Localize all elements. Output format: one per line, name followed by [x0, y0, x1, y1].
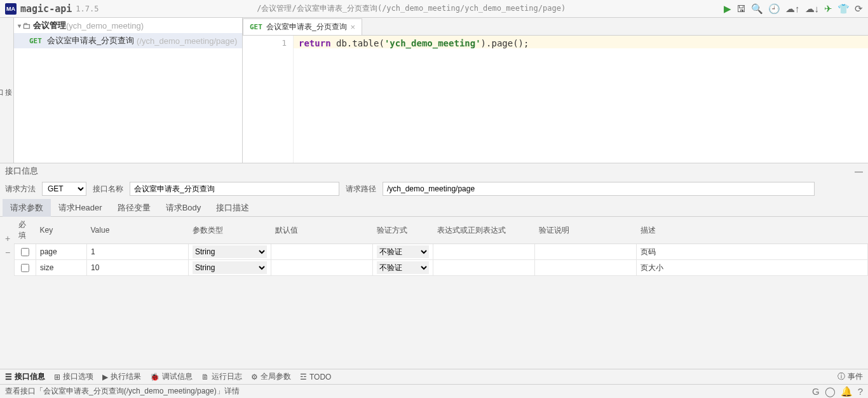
col-type: 参数类型 — [189, 217, 271, 244]
stab-result[interactable]: ▶ 执行结果 — [102, 371, 141, 382]
toolbar: ▶ 🖫 🔍 🕘 ☁︎↑ ☁︎↓ ✈ 👕 ⟳ — [724, 3, 863, 15]
stab-info[interactable]: ☰ 接口信息 — [5, 371, 45, 382]
stab-log[interactable]: 🗎 运行日志 — [201, 371, 242, 382]
panel-header: 接口信息 — — [0, 163, 868, 179]
editor-area: GET 会议室申请表_分页查询 × 1 return db.table('ych… — [243, 18, 868, 163]
editor-tab[interactable]: GET 会议室申请表_分页查询 × — [243, 18, 362, 35]
sub-tabs: 请求参数 请求Header 路径变量 请求Body 接口描述 — [0, 199, 868, 217]
github-icon[interactable]: ◯ — [825, 386, 836, 397]
cell-value[interactable]: 10 — [87, 260, 189, 276]
notify-icon[interactable]: 🔔 — [841, 386, 853, 397]
upload-icon[interactable]: ☁︎↑ — [785, 3, 800, 15]
col-desc: 描述 — [637, 217, 868, 244]
cell-value[interactable]: 1 — [87, 244, 189, 260]
cell-required[interactable] — [15, 244, 36, 260]
cell-key[interactable]: size — [36, 260, 87, 276]
cell-desc[interactable]: 页大小 — [637, 260, 868, 276]
subtab-desc[interactable]: 接口描述 — [208, 199, 257, 217]
col-validate: 验证方式 — [373, 217, 433, 244]
theme-icon[interactable]: 👕 — [837, 3, 850, 15]
group-path: (ych_demo_meeting) — [66, 21, 144, 31]
download-icon[interactable]: ☁︎↓ — [805, 3, 820, 15]
table-row: size10String不验证页大小 — [15, 260, 868, 276]
stab-todo[interactable]: ☲ TODO — [300, 373, 331, 381]
cell-type[interactable]: String — [189, 260, 271, 276]
api-name-label: 接口名称 — [93, 184, 123, 195]
cell-expr[interactable] — [433, 244, 535, 260]
history-icon[interactable]: 🕘 — [768, 3, 780, 15]
api-name-input[interactable] — [130, 182, 339, 196]
params-table: 必填 Key Value 参数类型 默认值 验证方式 表达式或正则表达式 验证说… — [0, 217, 868, 369]
breadcrumb: /会议管理/会议室申请表_分页查询(/ych_demo_meeting/ych_… — [98, 3, 724, 14]
cell-msg[interactable] — [535, 244, 637, 260]
cell-key[interactable]: page — [36, 244, 87, 260]
app-logo: MA — [5, 3, 17, 15]
stab-global[interactable]: ⚙ 全局参数 — [251, 371, 291, 382]
col-value: Value — [87, 217, 189, 244]
code-area[interactable]: return db.table('ych_demo_meeting').page… — [294, 36, 868, 163]
api-name: 会议室申请表_分页查询 — [47, 35, 134, 46]
bottom-panel: 接口信息 — 请求方法 GET 接口名称 请求路径 请求参数 请求Header … — [0, 163, 868, 369]
gutter-char-2: 口 — [0, 86, 5, 99]
save-icon[interactable]: 🖫 — [736, 3, 746, 14]
cell-validate[interactable]: 不验证 — [373, 244, 433, 260]
cell-msg[interactable] — [535, 260, 637, 276]
table-row: page1String不验证页码 — [15, 244, 868, 260]
req-path-label: 请求路径 — [346, 184, 376, 195]
tree-api-item[interactable]: GET 会议室申请表_分页查询 (/ych_demo_meeting/page) — [14, 33, 242, 48]
req-path-input[interactable] — [383, 182, 815, 196]
app-header: MA magic-api 1.7.5 /会议管理/会议室申请表_分页查询(/yc… — [0, 0, 868, 18]
run-icon[interactable]: ▶ — [724, 3, 731, 15]
cell-required[interactable] — [15, 260, 36, 276]
status-message: 查看接口「会议室申请表_分页查询(/ych_demo_meeting/page)… — [5, 386, 240, 397]
cell-default[interactable] — [271, 244, 373, 260]
close-icon[interactable]: × — [351, 22, 356, 32]
app-name: magic-api — [20, 3, 72, 15]
http-method-badge: GET — [250, 23, 262, 31]
left-gutter[interactable]: 接 口 📁 — [0, 18, 14, 163]
cell-expr[interactable] — [433, 260, 535, 276]
panel-title: 接口信息 — [5, 165, 38, 177]
subtab-header[interactable]: 请求Header — [51, 199, 110, 217]
main-area: 接 口 📁 ▾ 🗀 会议管理 (ych_demo_meeting) GET 会议… — [0, 18, 868, 163]
gitee-icon[interactable]: G — [812, 386, 820, 397]
req-method-select[interactable]: GET — [42, 182, 86, 196]
api-form: 请求方法 GET 接口名称 请求路径 — [0, 179, 868, 199]
stab-debug[interactable]: 🐞 调试信息 — [150, 371, 193, 382]
code-line-1: return db.table('ych_demo_meeting').page… — [299, 38, 863, 51]
tree-group[interactable]: ▾ 🗀 会议管理 (ych_demo_meeting) — [14, 18, 242, 33]
subtab-body[interactable]: 请求Body — [158, 199, 209, 217]
col-expr: 表达式或正则表达式 — [433, 217, 535, 244]
stab-event[interactable]: ⓘ 事件 — [837, 371, 863, 382]
refresh-icon[interactable]: ⟳ — [855, 3, 863, 15]
app-version: 1.7.5 — [76, 4, 98, 13]
col-default: 默认值 — [271, 217, 373, 244]
col-required: 必填 — [15, 217, 36, 244]
remove-row-icon[interactable]: − — [3, 247, 13, 257]
line-gutter: 1 — [243, 36, 294, 163]
minimize-icon[interactable]: — — [855, 167, 863, 176]
subtab-params[interactable]: 请求参数 — [3, 199, 51, 217]
search-icon[interactable]: 🔍 — [751, 3, 763, 15]
cell-default[interactable] — [271, 260, 373, 276]
line-number: 1 — [243, 38, 287, 48]
folder-icon: 🗀 — [22, 21, 31, 31]
chevron-down-icon: ▾ — [18, 22, 21, 29]
help-icon[interactable]: ? — [858, 386, 863, 397]
code-editor[interactable]: 1 return db.table('ych_demo_meeting').pa… — [243, 36, 868, 163]
gutter-char-1: 接 — [5, 86, 13, 99]
add-row-icon[interactable]: + — [3, 233, 13, 244]
api-path: (/ych_demo_meeting/page) — [137, 36, 237, 46]
stab-options[interactable]: ⊞ 接口选项 — [54, 371, 93, 382]
subtab-pathvar[interactable]: 路径变量 — [110, 199, 158, 217]
sidebar: ▾ 🗀 会议管理 (ych_demo_meeting) GET 会议室申请表_分… — [14, 18, 243, 163]
tab-title: 会议室申请表_分页查询 — [266, 22, 347, 32]
editor-tabs: GET 会议室申请表_分页查询 × — [243, 18, 868, 36]
cell-validate[interactable]: 不验证 — [373, 260, 433, 276]
cell-type[interactable]: String — [189, 244, 271, 260]
status-bar: 查看接口「会议室申请表_分页查询(/ych_demo_meeting/page)… — [0, 384, 868, 398]
params-area: + − 必填 Key Value 参数类型 默认值 验证方式 表达式或正则表达式… — [0, 217, 868, 369]
cell-desc[interactable]: 页码 — [637, 244, 868, 260]
http-method-badge: GET — [29, 37, 42, 45]
send-icon[interactable]: ✈ — [824, 3, 832, 15]
